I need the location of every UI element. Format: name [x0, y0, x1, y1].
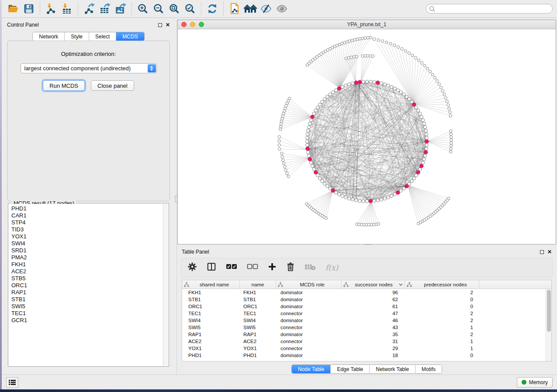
table-row[interactable]: YOX1YOX1connector291 — [182, 345, 546, 352]
tab-mcds[interactable]: MCDS — [116, 32, 144, 41]
network-from-document-icon[interactable] — [227, 1, 242, 16]
memory-label: Memory — [529, 379, 548, 385]
memory-status-icon — [522, 380, 526, 385]
network-window-titlebar[interactable]: YPA_prune.txt_1 — [178, 20, 556, 29]
search-input[interactable] — [436, 5, 552, 13]
table-row[interactable]: SWI4SWI4dominator462 — [182, 317, 546, 324]
table-cell — [479, 289, 546, 296]
table-header-row: shared name name MCDS role successor nod… — [182, 280, 551, 289]
column-header-name[interactable]: name — [240, 280, 276, 289]
table-scrollbar-thumb[interactable] — [547, 290, 551, 332]
mcds-result-item[interactable]: FKH1 — [11, 261, 163, 268]
toolbar-separator — [40, 2, 40, 15]
mcds-result-scrollbar[interactable] — [163, 204, 168, 366]
add-column-icon[interactable] — [268, 262, 277, 273]
table-cell — [479, 331, 546, 338]
table-cell: TEC1 — [182, 310, 240, 317]
tab-edge-table[interactable]: Edge Table — [331, 365, 370, 373]
show-columns-icon[interactable] — [207, 262, 216, 273]
mcds-result-item[interactable]: ORC1 — [11, 282, 163, 289]
import-network-icon[interactable] — [43, 1, 59, 16]
tab-network-table[interactable]: Network Table — [370, 365, 415, 373]
table-row[interactable]: RAP1RAP1dominator352 — [182, 331, 546, 338]
table-body: FKH1FKH1dominator962STB1STB1dominator620… — [182, 289, 546, 361]
export-image-icon[interactable] — [113, 1, 128, 16]
show-all-icon[interactable] — [274, 1, 290, 16]
mcds-result-item[interactable]: SWI4 — [11, 240, 163, 247]
tab-node-table[interactable]: Node Table — [292, 365, 331, 373]
column-header-shared-name[interactable]: shared name — [182, 280, 240, 289]
task-history-button[interactable] — [6, 377, 18, 388]
mcds-result-item[interactable]: STB5 — [11, 275, 163, 282]
mcds-result-item[interactable]: STP4 — [11, 219, 163, 226]
mcds-result-item[interactable]: TID3 — [11, 226, 163, 233]
mcds-result-item[interactable]: PHD1 — [11, 205, 163, 212]
table-row[interactable]: ORC1ORC1dominator610 — [182, 303, 546, 310]
column-header-mcds-role[interactable]: MCDS role — [276, 280, 342, 289]
table-cell: SWI4 — [240, 317, 276, 324]
close-panel-button[interactable]: Close panel — [91, 80, 134, 91]
table-row[interactable]: SWI5SWI5connector431 — [182, 324, 546, 331]
column-type-icon — [278, 282, 283, 287]
table-row[interactable]: ACE2ACE2connector311 — [182, 338, 546, 345]
mcds-result-list[interactable]: PHD1CAR1STP4TID3YOX1SWI4SRD1PMA2FKH1ACE2… — [9, 204, 163, 366]
mcds-result-item[interactable]: STB1 — [11, 296, 163, 303]
table-cell: dominator — [276, 296, 342, 303]
table-settings-icon[interactable] — [187, 262, 197, 273]
mcds-result-group: MCDS result (17 nodes) PHD1CAR1STP4TID3Y… — [8, 203, 169, 367]
delete-column-icon[interactable] — [286, 262, 295, 273]
search-field[interactable] — [426, 4, 553, 14]
table-cell — [479, 303, 546, 310]
run-mcds-button[interactable]: Run MCDS — [43, 80, 85, 91]
deselect-all-icon[interactable] — [247, 264, 258, 272]
tab-select[interactable]: Select — [89, 32, 116, 41]
optimization-criterion-select[interactable]: largest connected component (undirected) — [21, 63, 157, 73]
table-scrollbar[interactable] — [546, 289, 551, 361]
optimization-criterion-label: Optimization criterion: — [7, 51, 170, 57]
column-header-predecessor-nodes[interactable]: predecessor nodes — [405, 280, 479, 289]
zoom-out-icon[interactable] — [151, 1, 166, 16]
tab-style[interactable]: Style — [65, 32, 89, 41]
mcds-result-item[interactable]: CAR1 — [11, 212, 163, 219]
column-header-successor-nodes[interactable]: successor nodes — [342, 280, 405, 289]
table-row[interactable]: TEC1TEC1connector472 — [182, 310, 546, 317]
mcds-result-item[interactable]: ACE2 — [11, 268, 163, 275]
tab-network[interactable]: Network — [33, 32, 65, 41]
mcds-result-item[interactable]: SWI5 — [11, 303, 163, 310]
import-table-icon[interactable] — [59, 1, 75, 16]
tab-motifs[interactable]: Motifs — [415, 365, 442, 373]
mcds-result-item[interactable]: YOX1 — [11, 233, 163, 240]
column-header-filler — [479, 280, 551, 289]
open-session-icon[interactable] — [5, 1, 21, 16]
hide-selected-icon[interactable] — [258, 1, 274, 16]
refresh-icon[interactable] — [204, 1, 220, 16]
zoom-fit-icon[interactable] — [166, 1, 182, 16]
zoom-in-icon[interactable] — [135, 1, 151, 16]
select-all-icon[interactable] — [226, 264, 237, 272]
search-icon — [429, 6, 436, 12]
mcds-result-item[interactable]: RAP1 — [11, 289, 163, 296]
table-cell: dominator — [276, 289, 342, 296]
table-row[interactable]: STB1STB1dominator620 — [182, 296, 546, 303]
mcds-result-item[interactable]: SRD1 — [11, 247, 163, 254]
save-session-icon[interactable] — [21, 1, 37, 16]
export-table-icon[interactable] — [97, 1, 113, 16]
table-row[interactable]: PHD1PHD1dominator180 — [182, 352, 546, 359]
float-panel-icon[interactable] — [540, 250, 544, 254]
table-row[interactable]: FKH1FKH1dominator962 — [182, 289, 546, 296]
mcds-result-item[interactable]: TEC1 — [11, 310, 163, 317]
export-network-icon[interactable] — [81, 1, 97, 16]
float-panel-icon[interactable] — [158, 23, 162, 27]
memory-button[interactable]: Memory — [517, 377, 553, 388]
table-cell: FKH1 — [182, 289, 240, 296]
table-cell — [479, 296, 546, 303]
table-cell: TEC1 — [240, 310, 276, 317]
mcds-result-item[interactable]: GCR1 — [11, 317, 163, 324]
mcds-result-item[interactable]: PMA2 — [11, 254, 163, 261]
network-canvas[interactable] — [178, 29, 556, 244]
table-cell: SWI5 — [182, 324, 240, 331]
close-panel-icon[interactable]: ✕ — [547, 250, 552, 254]
zoom-selected-icon[interactable] — [182, 1, 198, 16]
close-panel-icon[interactable]: ✕ — [166, 23, 170, 27]
first-neighbors-icon[interactable] — [242, 1, 258, 16]
